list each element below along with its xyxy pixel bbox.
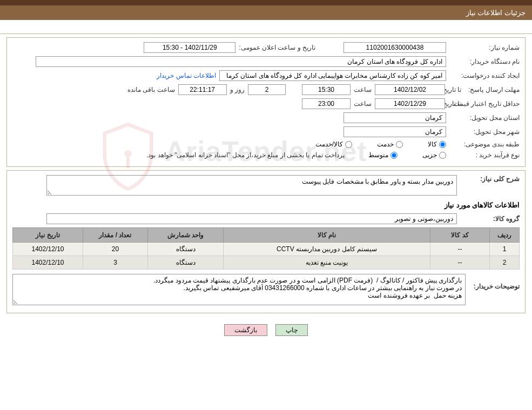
purchase-medium-radio[interactable] [390, 152, 398, 159]
treasury-note: پرداخت تمام یا بخشی از مبلغ خرید،از محل … [146, 151, 345, 159]
form-section-2: شرح کلی نیاز: اطلاعات کالاهای مورد نیاز … [6, 170, 526, 313]
need-number-label: شماره نیاز: [449, 44, 520, 51]
deadline-date-input[interactable] [375, 84, 445, 95]
cell-qty: 3 [83, 256, 148, 270]
requester-input[interactable] [219, 70, 446, 81]
cell-code: -- [430, 243, 490, 256]
countdown-input[interactable] [178, 84, 227, 95]
deadline-label: مهلت ارسال پاسخ: [464, 86, 520, 93]
buyer-contact-link[interactable]: اطلاعات تماس خریدار [157, 72, 216, 79]
buyer-org-input[interactable] [36, 56, 446, 67]
cell-code: -- [430, 256, 490, 270]
table-row: 2 -- یونیت منبع تغذیه دستگاه 3 1402/12/1… [13, 256, 520, 270]
announce-label: تاریخ و ساعت اعلان عمومی: [239, 44, 315, 51]
city-label: شهر محل تحویل: [449, 128, 520, 136]
th-unit: واحد شمارش [148, 228, 224, 243]
category-goods-service-label: کالا/خدمت [315, 140, 343, 148]
cell-date: 1402/12/10 [13, 243, 83, 256]
category-goods-label: کالا [428, 140, 437, 148]
deadline-time-input[interactable] [302, 84, 351, 95]
validity-time-input[interactable] [302, 98, 351, 109]
th-code: کد کالا [430, 228, 490, 243]
city-input[interactable] [344, 126, 446, 137]
buyer-org-label: نام دستگاه خریدار: [449, 58, 520, 65]
th-qty: تعداد / مقدار [83, 228, 148, 243]
back-button[interactable]: بازگشت [224, 324, 267, 336]
th-row: ردیف [490, 228, 520, 243]
category-goods-service-radio[interactable] [345, 141, 352, 148]
category-service-radio[interactable] [396, 141, 403, 148]
requester-label: ایجاد کننده درخواست: [449, 72, 520, 79]
purchase-type-radio-group: جزیی متوسط پرداخت تمام یا بخشی از مبلغ خ… [146, 151, 446, 159]
purchase-small-label: جزیی [422, 151, 437, 159]
province-input[interactable] [344, 112, 446, 123]
overview-label: شرح کلی نیاز: [460, 175, 520, 183]
purchase-small-radio[interactable] [439, 152, 446, 159]
validity-time-label: ساعت [354, 100, 372, 107]
cell-unit: دستگاه [148, 243, 224, 256]
form-section-1: AriaTender.net شماره نیاز: تاریخ و ساعت … [6, 37, 526, 167]
cell-qty: 20 [83, 243, 148, 256]
deadline-prefix: تا تاریخ: [448, 86, 461, 93]
cell-idx: 2 [490, 256, 520, 270]
validity-date-input[interactable] [375, 98, 445, 109]
purchase-type-label: نوع فرآیند خرید : [449, 151, 520, 159]
page-title: جزئیات اطلاعات نیاز [466, 9, 526, 17]
category-service-label: خدمت [377, 140, 394, 148]
group-input[interactable] [46, 213, 457, 224]
cell-date: 1402/12/10 [13, 256, 83, 270]
days-and-label: روز و [230, 86, 245, 93]
remaining-label: ساعت باقی مانده [127, 86, 175, 93]
validity-prefix: تا تاریخ: [448, 100, 461, 107]
print-button[interactable]: چاپ [275, 324, 308, 336]
announce-input[interactable] [144, 42, 235, 53]
category-label: طبقه بندی موضوعی: [449, 140, 520, 148]
th-name: نام کالا [224, 228, 430, 243]
button-bar: چاپ بازگشت [0, 317, 532, 348]
province-label: استان محل تحویل: [449, 114, 520, 122]
cell-idx: 1 [490, 243, 520, 256]
items-table: ردیف کد کالا نام کالا واحد شمارش تعداد /… [12, 227, 520, 270]
table-row: 1 -- سیستم کامل دوربین مداربسته CCTV دست… [13, 243, 520, 256]
need-number-input[interactable] [344, 42, 446, 53]
cell-unit: دستگاه [148, 256, 224, 270]
th-date: تاریخ نیاز [13, 228, 83, 243]
purchase-medium-label: متوسط [368, 151, 388, 159]
cell-name: سیستم کامل دوربین مداربسته CCTV [224, 243, 430, 256]
cell-name: یونیت منبع تغذیه [224, 256, 430, 270]
buyer-notes-label: توضیحات خریدار: [469, 274, 520, 290]
group-label: گروه کالا: [460, 215, 520, 223]
category-radio-group: کالا خدمت کالا/خدمت [315, 140, 446, 148]
page-header: جزئیات اطلاعات نیاز [0, 5, 532, 20]
category-goods-radio[interactable] [439, 141, 446, 148]
deadline-time-label: ساعت [354, 86, 372, 93]
items-header: اطلاعات کالاهای مورد نیاز [12, 201, 520, 209]
days-input[interactable] [248, 84, 286, 95]
buyer-notes-textarea[interactable] [12, 274, 466, 305]
